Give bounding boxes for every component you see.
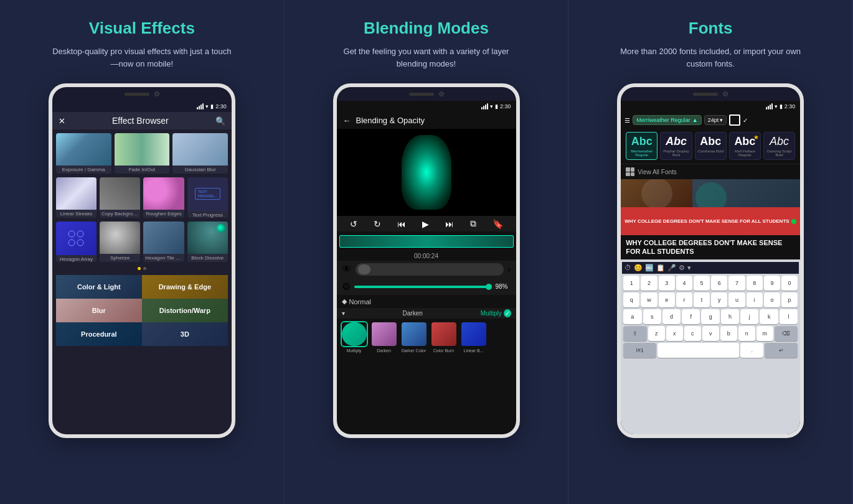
key-d[interactable]: d <box>662 309 681 324</box>
cat-color-light[interactable]: Color & Light <box>56 275 142 299</box>
effect-card-gaussian[interactable]: Gaussian Blur <box>172 133 228 174</box>
key-k[interactable]: k <box>760 309 778 324</box>
skip-end-icon[interactable]: ⏭ <box>445 219 454 229</box>
effect-card-copy[interactable]: Copy Background <box>100 177 140 218</box>
blend-darken[interactable]: Darken <box>370 321 398 353</box>
effect-card-dissolve[interactable]: Block Dissolve <box>187 222 228 262</box>
font-card-abril[interactable]: ★ Abc Abril Fatface Regular <box>729 132 761 160</box>
key-m[interactable]: m <box>756 326 773 341</box>
key-2[interactable]: 2 <box>641 276 657 291</box>
checkmark-icon[interactable]: ✓ <box>743 117 748 124</box>
key-e[interactable]: e <box>659 292 675 307</box>
kb-timer-icon[interactable]: ⏱ <box>624 264 631 271</box>
kb-mic-icon[interactable]: 🎤 <box>667 264 676 272</box>
key-q[interactable]: q <box>623 292 639 307</box>
cat-drawing[interactable]: Drawing & Edge <box>142 275 228 299</box>
key-j[interactable]: j <box>740 309 758 324</box>
cat-3d[interactable]: 3D <box>142 322 228 346</box>
key-l[interactable]: l <box>780 309 798 324</box>
key-g[interactable]: g <box>701 309 719 324</box>
key-f[interactable]: f <box>682 309 700 324</box>
key-h[interactable]: h <box>721 309 739 324</box>
key-4[interactable]: 4 <box>676 276 692 291</box>
key-s[interactable]: s <box>643 309 661 324</box>
key-1[interactable]: 1 <box>623 276 639 291</box>
bookmark-icon[interactable]: 🔖 <box>492 219 503 229</box>
font-card-dancing[interactable]: Abc Dancing Script Bold <box>763 132 795 160</box>
rewind-icon[interactable]: ↺ <box>350 219 357 229</box>
key-t[interactable]: t <box>694 292 710 307</box>
effect-card-exposure[interactable]: Exposure / Gamma <box>56 133 111 174</box>
opacity-slider[interactable] <box>354 286 492 288</box>
key-7[interactable]: 7 <box>728 276 745 291</box>
menu-icon[interactable]: ☰ <box>624 117 630 124</box>
kb-clipboard-icon[interactable]: 📋 <box>656 264 665 272</box>
font-card-comfortaa[interactable]: Abc Comfortaa Bold <box>695 132 727 160</box>
key-delete[interactable]: ⌫ <box>775 326 798 341</box>
key-space[interactable] <box>657 343 739 358</box>
key-v[interactable]: v <box>702 326 719 341</box>
cat-distort[interactable]: Distortion/Warp <box>142 299 228 322</box>
blend-darker-color[interactable]: Darker Color <box>400 321 428 353</box>
skip-start-icon[interactable]: ⏮ <box>397 219 406 229</box>
key-u[interactable]: u <box>728 292 745 307</box>
blend-multiply[interactable]: Multiply <box>341 321 368 353</box>
close-icon[interactable]: ✕ <box>59 116 65 126</box>
effect-card-spherize[interactable]: Spherize <box>100 222 140 262</box>
key-w[interactable]: w <box>641 292 657 307</box>
play-icon[interactable]: ▶ <box>422 219 429 229</box>
font-selector[interactable]: Merriweather Regular ▲ <box>633 115 701 125</box>
slider-knob[interactable] <box>486 284 492 290</box>
settings-icon[interactable]: ⚙ <box>342 281 351 292</box>
font-card-playfair[interactable]: Abc Playfair Display Bold <box>660 132 692 160</box>
search-icon[interactable]: 🔍 <box>215 116 225 126</box>
forward-icon[interactable]: ↻ <box>374 219 381 229</box>
key-x[interactable]: x <box>666 326 683 341</box>
key-p[interactable]: p <box>781 292 798 307</box>
blend-colorburn[interactable]: Color Burn <box>430 321 458 353</box>
key-return[interactable]: ↵ <box>765 343 798 358</box>
key-o[interactable]: o <box>764 292 780 307</box>
kb-abc-icon[interactable]: 🔤 <box>645 264 654 272</box>
copy-icon[interactable]: ⧉ <box>470 218 476 229</box>
key-z[interactable]: z <box>648 326 665 341</box>
size-selector[interactable]: 24pt ▾ <box>704 115 727 125</box>
timeline-strip[interactable] <box>339 235 514 248</box>
key-0[interactable]: 0 <box>781 276 798 291</box>
blend-linearb[interactable]: Linear B... <box>460 321 488 353</box>
key-y[interactable]: y <box>711 292 727 307</box>
key-b[interactable]: b <box>720 326 737 341</box>
effect-card-roughen[interactable]: Roughen Edges <box>143 177 184 218</box>
key-numswitch[interactable]: !#1 <box>623 343 656 358</box>
key-8[interactable]: 8 <box>747 276 763 291</box>
key-r[interactable]: r <box>676 292 692 307</box>
key-shift[interactable]: ⇧ <box>623 326 647 341</box>
key-3[interactable]: 3 <box>659 276 675 291</box>
key-i[interactable]: i <box>747 292 763 307</box>
effect-card-hexarray[interactable]: Hexagon Array <box>56 222 97 262</box>
key-period[interactable]: . <box>740 343 763 358</box>
font-card-merriweather[interactable]: Abc Merriweather Regular <box>626 132 657 160</box>
back-icon[interactable]: ← <box>343 116 351 125</box>
eye-icon[interactable]: 👁 <box>342 264 352 275</box>
stroke-icon[interactable] <box>729 114 740 126</box>
key-c[interactable]: c <box>684 326 701 341</box>
keyboard-row-a: a s d f g h j k l <box>622 309 799 324</box>
effect-card-fade[interactable]: Fade In/Out <box>115 133 170 174</box>
kb-chevron-icon[interactable]: ▾ <box>687 264 691 272</box>
cat-blur[interactable]: Blur <box>56 299 142 322</box>
key-9[interactable]: 9 <box>764 276 780 291</box>
video-area <box>337 129 516 216</box>
arrow-icon[interactable]: › <box>507 264 511 275</box>
cat-procedural[interactable]: Procedural <box>56 322 142 346</box>
key-6[interactable]: 6 <box>711 276 727 291</box>
kb-settings-icon[interactable]: ⚙ <box>679 264 685 272</box>
effect-card-linear[interactable]: Linear Streaks <box>56 177 97 218</box>
effect-card-text[interactable]: TEXTPROGRE... Text Progress <box>187 177 228 218</box>
view-all-fonts[interactable]: View All Fonts <box>621 164 800 179</box>
kb-emoji-icon[interactable]: 😊 <box>634 264 643 272</box>
key-5[interactable]: 5 <box>694 276 710 291</box>
effect-card-hexshift[interactable]: Hexagon Tile Shift <box>143 222 184 262</box>
key-n[interactable]: n <box>738 326 755 341</box>
key-a[interactable]: a <box>623 309 641 324</box>
